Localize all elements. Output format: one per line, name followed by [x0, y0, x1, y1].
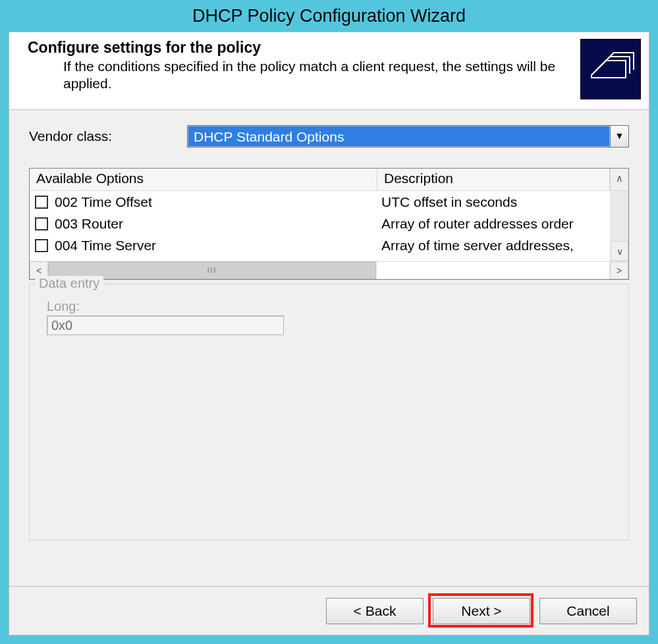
vendor-class-row: Vendor class: DHCP Standard Options ▼ — [29, 123, 629, 149]
option-row[interactable]: 002 Time Offset UTC offset in seconds — [30, 191, 628, 213]
scroll-up-button[interactable]: ∧ — [610, 169, 628, 191]
long-label: Long: — [47, 299, 619, 314]
wizard-header: Configure settings for the policy If the… — [9, 32, 649, 110]
vendor-class-dropdown[interactable]: DHCP Standard Options ▼ — [187, 125, 629, 148]
option-row[interactable]: 003 Router Array of router addresses ord… — [30, 213, 628, 234]
option-description: UTC offset in seconds — [377, 194, 628, 210]
scroll-down-button[interactable]: ∨ — [611, 241, 628, 261]
options-body: 002 Time Offset UTC offset in seconds 00… — [30, 191, 628, 261]
wizard-body: Vendor class: DHCP Standard Options ▼ Av… — [9, 110, 649, 541]
client-area: Configure settings for the policy If the… — [9, 32, 649, 635]
option-checkbox[interactable] — [35, 196, 48, 209]
option-row[interactable]: 004 Time Server Array of time server add… — [30, 234, 628, 256]
wizard-footer: < Back Next > Cancel — [9, 586, 649, 635]
options-table: Available Options Description ∧ 002 Time… — [29, 168, 629, 280]
chevron-down-icon[interactable]: ▼ — [610, 126, 628, 147]
page-title: Configure settings for the policy — [28, 39, 630, 57]
horizontal-scrollbar[interactable]: < III > — [30, 261, 628, 279]
option-label: 004 Time Server — [55, 238, 156, 254]
option-checkbox[interactable] — [35, 239, 48, 252]
option-checkbox[interactable] — [35, 217, 48, 230]
scrollbar-track[interactable] — [376, 261, 610, 279]
scrollbar-track[interactable] — [611, 191, 628, 241]
window-title: DHCP Policy Configuration Wizard — [0, 0, 658, 32]
page-description: If the conditions specified in the polic… — [63, 58, 564, 93]
option-label: 002 Time Offset — [55, 194, 152, 210]
vendor-class-label: Vendor class: — [29, 128, 187, 144]
folder-stack-icon — [580, 39, 641, 99]
next-button[interactable]: Next > — [433, 598, 530, 624]
option-description: Array of time server addresses, — [377, 238, 628, 254]
cancel-button[interactable]: Cancel — [539, 598, 637, 624]
option-label: 003 Router — [55, 216, 123, 232]
long-input — [47, 315, 284, 335]
vendor-class-selected: DHCP Standard Options — [188, 126, 610, 147]
back-button[interactable]: < Back — [326, 598, 424, 624]
option-description: Array of router addresses order — [377, 216, 628, 232]
data-entry-legend: Data entry — [35, 276, 103, 291]
options-header-row: Available Options Description ∧ — [30, 169, 628, 191]
vertical-scrollbar[interactable]: ∨ — [610, 191, 628, 261]
scroll-right-button[interactable]: > — [610, 261, 628, 279]
column-header-options[interactable]: Available Options — [30, 169, 377, 191]
data-entry-group: Data entry Long: — [29, 284, 629, 541]
wizard-window: DHCP Policy Configuration Wizard Configu… — [0, 0, 658, 644]
column-header-description[interactable]: Description — [377, 169, 610, 191]
